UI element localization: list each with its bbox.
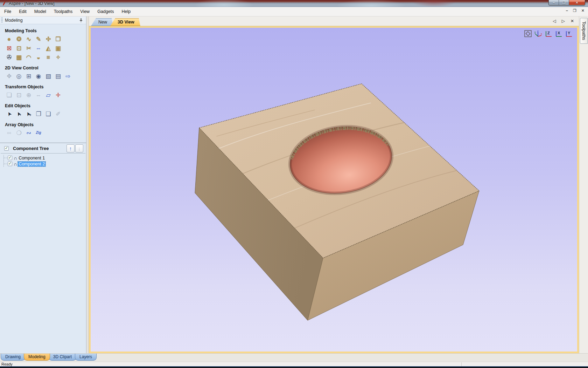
align-selection-icon[interactable]: ✛ — [53, 91, 63, 99]
unwrap-model-icon[interactable]: ◭ — [43, 44, 53, 52]
nesting-icon[interactable]: Zig — [34, 129, 43, 137]
bottom-tab-bar: Drawing Modeling 3D Clipart Layers — [0, 353, 588, 362]
slice-model-icon[interactable]: ≡ — [43, 53, 53, 61]
interactive-transform-icon[interactable]: ➤✛ — [24, 110, 34, 118]
move-selection-icon[interactable]: ❏ — [4, 91, 14, 99]
zoom-box-icon[interactable]: ⊞ — [24, 72, 34, 80]
clipart-library-icon[interactable]: ❒ — [53, 35, 63, 43]
pan-view-icon[interactable]: ✥ — [4, 72, 14, 80]
top-view-icon[interactable]: Z — [544, 30, 553, 38]
section-2d-view-control: 2D View Control — [5, 66, 86, 70]
dome-icon[interactable]: ◠ — [24, 53, 34, 61]
distort-selection-icon[interactable]: ▱ — [43, 91, 53, 99]
tab-3d-view[interactable]: 3D View — [110, 18, 140, 26]
component-1-checkbox[interactable]: ✓ — [8, 156, 12, 160]
node-edit-icon[interactable]: ➤+ — [14, 110, 24, 118]
tile-views-icon[interactable]: ▤ — [53, 72, 63, 80]
clear-selection-icon[interactable]: ⊠ — [4, 44, 14, 52]
minimize-button[interactable]: – — [549, 0, 559, 5]
menu-file[interactable]: File — [1, 8, 15, 15]
fit-view-icon[interactable] — [524, 30, 532, 38]
tree-item-component-2[interactable]: ✓ ∩ Component 2 — [8, 161, 86, 167]
svg-text:Z: Z — [547, 31, 550, 35]
panel-splitter[interactable] — [86, 16, 89, 353]
zoom-drawing-icon[interactable]: ▧ — [43, 72, 53, 80]
view-control-row: ✥ ◎ ⊞ ◉ ▧ ▤ ⇨ — [4, 72, 86, 80]
triangulate-icon[interactable]: ✧ — [53, 53, 63, 61]
mirror-selection-icon[interactable]: ⇔ — [34, 91, 43, 99]
tree-connector — [4, 155, 8, 161]
tab-close-icon[interactable]: ✕ — [570, 19, 574, 23]
measure-icon[interactable]: ✐ — [53, 110, 63, 118]
section-modeling-tools: Modeling Tools — [5, 28, 86, 33]
move-component-down-button[interactable]: ↓ — [75, 144, 83, 152]
menu-view[interactable]: View — [77, 8, 93, 15]
svg-text:z: z — [537, 30, 539, 32]
trim-model-icon[interactable]: ✂ — [24, 44, 34, 52]
extrude-weave-icon[interactable]: ∿ — [24, 35, 34, 43]
mdi-restore-button[interactable]: ❐ — [573, 8, 576, 13]
two-rail-sweep-icon[interactable]: ❂ — [14, 35, 24, 43]
mdi-minimize-button[interactable]: – — [566, 8, 568, 13]
menu-model[interactable]: Model — [31, 8, 50, 15]
tab-layers[interactable]: Layers — [75, 354, 97, 361]
component-tree-checkbox[interactable]: ✓ — [4, 146, 9, 151]
svg-text:X: X — [558, 31, 560, 35]
status-text: Ready — [1, 362, 13, 366]
mdi-close-button[interactable]: ✕ — [581, 8, 584, 13]
modeling-panel: Modeling Modeling Tools ● ❂ ∿ ✎ ✣ ❒ ⊠ ⊡ … — [0, 16, 86, 353]
import-clipart-icon[interactable]: ✣ — [43, 35, 53, 43]
tab-drawing[interactable]: Drawing — [1, 354, 25, 361]
tab-modeling[interactable]: Modeling — [24, 354, 50, 361]
texture-area-icon[interactable]: ▦ — [14, 53, 24, 61]
component-1-label[interactable]: Component 1 — [18, 156, 46, 161]
create-texture-icon[interactable]: ✎ — [34, 35, 43, 43]
keep-selection-icon[interactable]: ⊡ — [14, 44, 24, 52]
tab-scroll-left-icon[interactable]: ◁ — [553, 19, 556, 23]
tab-new[interactable]: New — [91, 18, 113, 26]
select-tool-icon[interactable]: ➤ — [4, 110, 14, 118]
close-button[interactable]: ✕ — [569, 0, 585, 5]
iso-view-icon[interactable]: z y x — [534, 30, 542, 38]
move-component-up-button[interactable]: ↑ — [66, 144, 75, 152]
tab-toolpaths[interactable]: Toolpaths — [580, 18, 588, 44]
scale-height-icon[interactable]: ◒ — [34, 53, 43, 61]
tab-scroll-right-icon[interactable]: ▷ — [562, 19, 565, 23]
sculpting-icon[interactable]: ✇ — [4, 53, 14, 61]
center-selection-icon[interactable]: ⊕ — [24, 91, 34, 99]
restore-button[interactable]: ❐ — [559, 0, 569, 5]
side-view-icon[interactable]: X — [554, 30, 563, 38]
zoom-in-icon[interactable]: ◎ — [14, 72, 24, 80]
pin-icon[interactable] — [79, 18, 83, 22]
menu-gadgets[interactable]: Gadgets — [94, 8, 117, 15]
panel-header: Modeling — [0, 16, 86, 24]
front-view-icon[interactable]: Y — [564, 30, 573, 38]
grid-array-icon[interactable]: ▫▫ — [4, 129, 14, 137]
transform-row: ❏ ⊡ ⊕ ⇔ ▱ ✛ — [4, 91, 86, 99]
set-size-icon[interactable]: ⊡ — [14, 91, 24, 99]
viewport-3d[interactable]: z y x Z — [89, 26, 579, 353]
component-2-checkbox[interactable]: ✓ — [8, 162, 12, 166]
array-row: ▫▫ ❍ ∾ Zig — [4, 129, 86, 137]
group-icon[interactable]: ❐ — [34, 110, 43, 118]
menu-help[interactable]: Help — [118, 8, 134, 15]
create-shape-icon[interactable]: ● — [4, 35, 14, 43]
tab-3d-clipart[interactable]: 3D Clipart — [49, 354, 76, 361]
wood-block-model — [91, 28, 577, 352]
menu-edit[interactable]: Edit — [15, 8, 30, 15]
tree-item-component-1[interactable]: ✓ ∩ Component 1 — [8, 155, 86, 161]
svg-text:y: y — [534, 31, 536, 34]
copy-along-curve-icon[interactable]: ∾ — [24, 129, 34, 137]
zoom-selected-icon[interactable]: ◉ — [34, 72, 43, 80]
mirror-merge-icon[interactable]: ⇔ — [34, 44, 43, 52]
ungroup-icon[interactable]: ❑ — [43, 110, 53, 118]
menu-toolpaths[interactable]: Toolpaths — [50, 8, 76, 15]
aspire-window: Aspire - [New - 3D View] – ❐ ✕ File Edit… — [0, 0, 588, 368]
circular-array-icon[interactable]: ❍ — [14, 129, 24, 137]
create-border-icon[interactable]: ▣ — [53, 44, 63, 52]
toggle-view-icon[interactable]: ⇨ — [63, 72, 73, 80]
panel-grip[interactable] — [1, 18, 3, 23]
title-bar[interactable]: Aspire - [New - 3D View] – ❐ ✕ — [0, 0, 588, 7]
aspire-logo-icon — [2, 1, 7, 6]
component-2-label[interactable]: Component 2 — [18, 162, 46, 166]
